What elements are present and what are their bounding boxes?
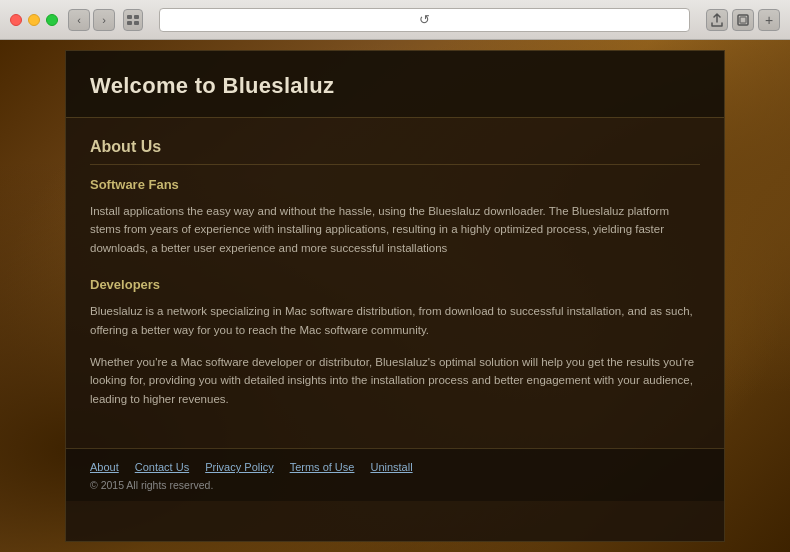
traffic-lights <box>10 14 58 26</box>
web-page-panel: Welcome to Blueslaluz About Us Software … <box>65 50 725 542</box>
copyright-text: © 2015 All rights reserved. <box>90 479 700 491</box>
footer-link-contact[interactable]: Contact Us <box>135 461 189 473</box>
share-button[interactable] <box>706 9 728 31</box>
page-body: About Us Software Fans Install applicati… <box>66 118 724 448</box>
developers-title: Developers <box>90 277 700 292</box>
fullscreen-button[interactable] <box>732 9 754 31</box>
svg-rect-2 <box>127 21 132 25</box>
about-section: About Us Software Fans Install applicati… <box>90 138 700 408</box>
back-button[interactable]: ‹ <box>68 9 90 31</box>
software-fans-block: Software Fans Install applications the e… <box>90 177 700 257</box>
maximize-button[interactable] <box>46 14 58 26</box>
page-title: Welcome to Blueslaluz <box>90 73 700 99</box>
page-header: Welcome to Blueslaluz <box>66 51 724 118</box>
nav-buttons: ‹ › <box>68 9 115 31</box>
footer-link-about[interactable]: About <box>90 461 119 473</box>
svg-rect-5 <box>740 17 746 23</box>
browser-actions <box>706 9 754 31</box>
developers-block: Developers Blueslaluz is a network speci… <box>90 277 700 408</box>
address-bar[interactable]: ↺ <box>159 8 690 32</box>
reload-button[interactable]: ↺ <box>416 11 434 29</box>
footer-link-uninstall[interactable]: Uninstall <box>370 461 412 473</box>
developers-body1: Blueslaluz is a network specializing in … <box>90 302 700 339</box>
developers-body2: Whether you're a Mac software developer … <box>90 353 700 408</box>
svg-rect-3 <box>134 21 139 25</box>
footer-links: About Contact Us Privacy Policy Terms of… <box>90 461 700 473</box>
main-area: Welcome to Blueslaluz About Us Software … <box>0 40 790 552</box>
close-button[interactable] <box>10 14 22 26</box>
forward-button[interactable]: › <box>93 9 115 31</box>
svg-rect-1 <box>134 15 139 19</box>
software-fans-title: Software Fans <box>90 177 700 192</box>
software-fans-body: Install applications the easy way and wi… <box>90 202 700 257</box>
footer-link-privacy[interactable]: Privacy Policy <box>205 461 273 473</box>
page-footer: About Contact Us Privacy Policy Terms of… <box>66 448 724 501</box>
about-section-title: About Us <box>90 138 700 165</box>
svg-rect-0 <box>127 15 132 19</box>
tab-overview-button[interactable] <box>123 9 143 31</box>
footer-link-terms[interactable]: Terms of Use <box>290 461 355 473</box>
minimize-button[interactable] <box>28 14 40 26</box>
new-tab-button[interactable]: + <box>758 9 780 31</box>
browser-chrome: ‹ › ↺ + <box>0 0 790 40</box>
